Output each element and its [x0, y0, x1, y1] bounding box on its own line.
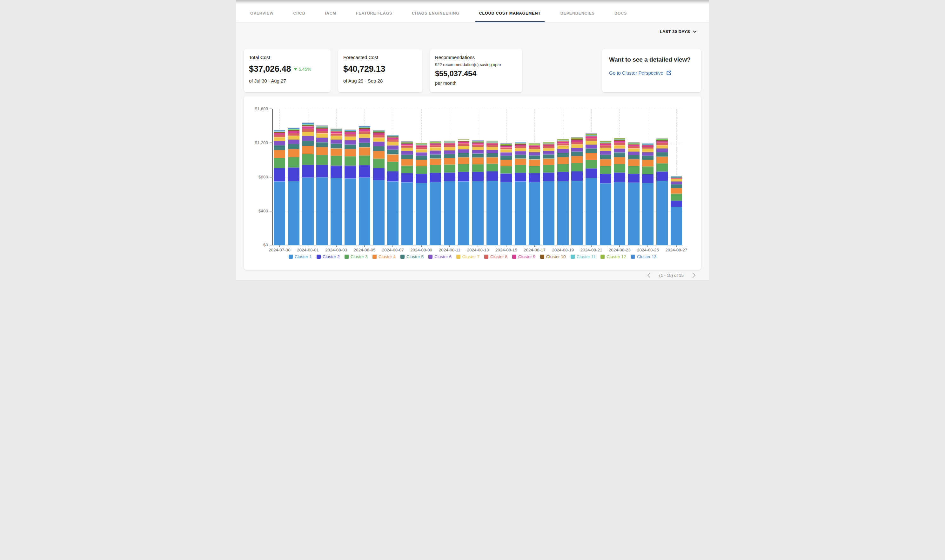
bar-segment-cluster-13[interactable] — [543, 142, 554, 143]
bar-segment-cluster-9[interactable] — [486, 143, 498, 145]
bar-segment-cluster-9[interactable] — [500, 146, 512, 147]
bar-segment-cluster-2[interactable] — [543, 172, 554, 181]
bar-segment-cluster-11[interactable] — [359, 127, 370, 128]
bar-segment-cluster-6[interactable] — [288, 139, 299, 144]
bar-segment-cluster-9[interactable] — [274, 133, 285, 135]
bar-segment-cluster-1[interactable] — [614, 182, 625, 245]
bar-segment-cluster-11[interactable] — [557, 140, 569, 141]
bar-segment-cluster-4[interactable] — [571, 156, 583, 163]
bar-segment-cluster-5[interactable] — [288, 144, 299, 149]
bar-segment-cluster-7[interactable] — [444, 147, 456, 150]
bar-segment-cluster-5[interactable] — [302, 141, 314, 146]
bar-segment-cluster-4[interactable] — [642, 160, 654, 166]
bar-segment-cluster-13[interactable] — [515, 142, 526, 143]
bar-segment-cluster-10[interactable] — [373, 132, 385, 133]
bar-segment-cluster-2[interactable] — [458, 172, 469, 181]
bar-segment-cluster-1[interactable] — [571, 181, 583, 245]
bar-segment-cluster-3[interactable] — [274, 158, 285, 168]
bar-segment-cluster-5[interactable] — [444, 154, 456, 158]
bar-segment-cluster-13[interactable] — [345, 129, 356, 131]
bar-segment-cluster-2[interactable] — [486, 171, 498, 181]
bar-segment-cluster-5[interactable] — [500, 155, 512, 159]
bar-segment-cluster-4[interactable] — [586, 153, 597, 160]
bar-segment-cluster-7[interactable] — [416, 149, 427, 152]
bar-segment-cluster-11[interactable] — [444, 142, 456, 143]
stacked-bar-2024-08-19[interactable] — [557, 109, 569, 245]
bar-segment-cluster-5[interactable] — [515, 155, 526, 158]
bar-segment-cluster-1[interactable] — [331, 178, 342, 245]
bar-segment-cluster-8[interactable] — [402, 145, 413, 148]
bar-segment-cluster-6[interactable] — [345, 140, 356, 144]
bar-segment-cluster-2[interactable] — [529, 173, 540, 182]
bar-segment-cluster-8[interactable] — [472, 145, 483, 147]
bar-segment-cluster-5[interactable] — [331, 143, 342, 148]
bar-segment-cluster-4[interactable] — [444, 158, 456, 165]
bar-segment-cluster-7[interactable] — [642, 149, 654, 152]
stacked-bar-2024-08-24[interactable] — [628, 109, 640, 245]
bar-segment-cluster-10[interactable] — [316, 127, 328, 129]
bar-segment-cluster-8[interactable] — [600, 145, 611, 148]
bar-segment-cluster-3[interactable] — [614, 164, 625, 172]
legend-item-cluster-5[interactable]: Cluster 5 — [400, 254, 423, 259]
bar-segment-cluster-7[interactable] — [500, 149, 512, 152]
bar-segment-cluster-5[interactable] — [274, 145, 285, 150]
bar-segment-cluster-2[interactable] — [387, 171, 399, 181]
bar-segment-cluster-12[interactable] — [331, 129, 342, 130]
stacked-bar-2024-08-18[interactable] — [543, 109, 554, 245]
bar-segment-cluster-4[interactable] — [628, 159, 640, 166]
bar-segment-cluster-2[interactable] — [500, 173, 512, 182]
stacked-bar-2024-07-30[interactable] — [274, 109, 285, 245]
bar-segment-cluster-12[interactable] — [614, 138, 625, 139]
bar-segment-cluster-13[interactable] — [274, 130, 285, 131]
bar-segment-cluster-9[interactable] — [515, 145, 526, 146]
bar-segment-cluster-11[interactable] — [515, 143, 526, 144]
bar-segment-cluster-8[interactable] — [614, 143, 625, 145]
bar-segment-cluster-7[interactable] — [600, 148, 611, 151]
bar-segment-cluster-3[interactable] — [656, 163, 668, 171]
bar-segment-cluster-9[interactable] — [316, 129, 328, 131]
bar-segment-cluster-1[interactable] — [458, 181, 469, 245]
stacked-bar-2024-08-03[interactable] — [331, 109, 342, 245]
bar-segment-cluster-8[interactable] — [331, 133, 342, 136]
bar-segment-cluster-4[interactable] — [500, 160, 512, 166]
bar-segment-cluster-6[interactable] — [500, 152, 512, 156]
bar-segment-cluster-7[interactable] — [571, 144, 583, 148]
chevron-right-icon[interactable] — [692, 272, 696, 278]
bar-segment-cluster-8[interactable] — [387, 139, 399, 142]
bar-segment-cluster-10[interactable] — [274, 132, 285, 133]
bar-segment-cluster-5[interactable] — [373, 146, 385, 151]
bar-segment-cluster-13[interactable] — [331, 129, 342, 130]
bar-segment-cluster-2[interactable] — [402, 173, 413, 182]
tab-docs[interactable]: DOCS — [611, 5, 631, 22]
bar-segment-cluster-11[interactable] — [642, 143, 654, 145]
bar-segment-cluster-2[interactable] — [600, 174, 611, 183]
bar-segment-cluster-8[interactable] — [444, 145, 456, 147]
bar-segment-cluster-13[interactable] — [500, 143, 512, 144]
stacked-bar-2024-08-04[interactable] — [345, 109, 356, 245]
bar-segment-cluster-8[interactable] — [557, 143, 569, 146]
chevron-left-icon[interactable] — [647, 272, 651, 278]
bar-segment-cluster-7[interactable] — [345, 137, 356, 140]
bar-segment-cluster-5[interactable] — [671, 184, 682, 188]
bar-segment-cluster-5[interactable] — [345, 145, 356, 149]
bar-segment-cluster-5[interactable] — [486, 153, 498, 157]
bar-segment-cluster-4[interactable] — [429, 158, 441, 165]
bar-segment-cluster-5[interactable] — [586, 148, 597, 153]
bar-segment-cluster-5[interactable] — [472, 153, 483, 157]
stacked-bar-2024-08-12[interactable] — [458, 109, 469, 245]
bar-segment-cluster-3[interactable] — [458, 164, 469, 172]
bar-segment-cluster-6[interactable] — [316, 137, 328, 142]
bar-segment-cluster-2[interactable] — [614, 172, 625, 182]
bar-segment-cluster-2[interactable] — [373, 168, 385, 180]
bar-segment-cluster-12[interactable] — [472, 141, 483, 142]
bar-segment-cluster-12[interactable] — [515, 143, 526, 143]
bar-segment-cluster-2[interactable] — [316, 165, 328, 177]
bar-segment-cluster-10[interactable] — [543, 144, 554, 145]
bar-segment-cluster-1[interactable] — [316, 177, 328, 245]
bar-segment-cluster-4[interactable] — [557, 157, 569, 163]
bar-segment-cluster-10[interactable] — [600, 143, 611, 143]
bar-segment-cluster-9[interactable] — [302, 126, 314, 129]
bar-segment-cluster-2[interactable] — [274, 168, 285, 181]
bar-segment-cluster-12[interactable] — [444, 141, 456, 142]
legend-item-cluster-13[interactable]: Cluster 13 — [631, 254, 657, 259]
